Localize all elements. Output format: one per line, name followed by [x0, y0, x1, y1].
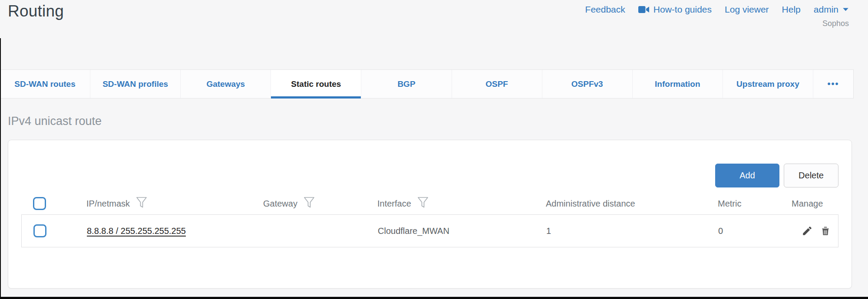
section-heading: IPv4 unicast route [8, 115, 102, 128]
howto-guides-label: How-to guides [653, 4, 712, 15]
tab-information[interactable]: Information [633, 70, 723, 98]
tab-ospfv3[interactable]: OSPFv3 [542, 70, 633, 98]
page-title: Routing [8, 2, 64, 20]
trash-icon[interactable] [820, 225, 831, 237]
feedback-label: Feedback [585, 4, 625, 15]
tab-static-routes[interactable]: Static routes [271, 70, 361, 98]
delete-button[interactable]: Delete [784, 164, 838, 187]
caret-down-icon [842, 7, 849, 12]
column-header-administrative-distance: Administrative distance [525, 199, 697, 209]
tab-sd-wan-profiles[interactable]: SD-WAN profiles [90, 70, 181, 98]
interface-cell: Cloudflare_MWAN [357, 226, 525, 236]
window-edge-bottom [0, 297, 868, 299]
filter-icon[interactable] [304, 197, 315, 211]
log-viewer-link[interactable]: Log viewer [725, 4, 769, 15]
ip-netmask-link[interactable]: 8.8.8.8 / 255.255.255.255 [87, 226, 186, 236]
tab-sd-wan-routes[interactable]: SD-WAN routes [0, 70, 90, 98]
tab-overflow-ellipsis-icon[interactable]: ••• [813, 70, 853, 98]
brand-label: Sophos [822, 19, 849, 28]
filter-icon[interactable] [417, 197, 429, 211]
top-nav: Feedback How-to guides Log viewer Help a… [585, 4, 849, 15]
user-menu-label: admin [814, 4, 838, 15]
header-checkbox-cell [21, 197, 66, 210]
table-header-row: IP/netmask Gateway Interface Administrat… [21, 194, 838, 214]
select-all-checkbox[interactable] [33, 197, 46, 210]
add-button[interactable]: Add [715, 164, 779, 187]
tab-gateways[interactable]: Gateways [181, 70, 271, 98]
filter-icon[interactable] [136, 197, 147, 211]
table-row: 8.8.8.8 / 255.255.255.255 Cloudflare_MWA… [21, 214, 838, 247]
tab-bgp[interactable]: BGP [361, 70, 452, 98]
gateway-header-label: Gateway [263, 199, 297, 209]
toolbar: Add Delete [715, 164, 838, 187]
tab-upstream-proxy[interactable]: Upstream proxy [723, 70, 813, 98]
howto-guides-link[interactable]: How-to guides [638, 4, 712, 15]
row-checkbox[interactable] [33, 224, 46, 237]
manage-header-label: Manage [792, 199, 823, 209]
metric-cell: 0 [697, 226, 771, 236]
column-header-ip-netmask: IP/netmask [66, 197, 242, 211]
feedback-link[interactable]: Feedback [585, 4, 625, 15]
interface-header-label: Interface [377, 199, 411, 209]
help-label: Help [782, 4, 801, 15]
window-edge-left [0, 38, 1, 299]
column-header-metric: Metric [697, 199, 771, 209]
pencil-icon[interactable] [802, 225, 813, 237]
manage-cell [771, 225, 838, 237]
routes-table: IP/netmask Gateway Interface Administrat… [21, 194, 838, 247]
user-menu[interactable]: admin [814, 4, 849, 15]
log-viewer-label: Log viewer [725, 4, 769, 15]
column-header-gateway: Gateway [242, 197, 356, 211]
help-link[interactable]: Help [782, 4, 801, 15]
metric-header-label: Metric [718, 199, 741, 209]
administrative-distance-cell: 1 [525, 226, 697, 236]
routes-card: Add Delete IP/netmask Gateway Interface [8, 140, 852, 289]
tab-ospf[interactable]: OSPF [452, 70, 542, 98]
column-header-interface: Interface [356, 197, 525, 211]
video-camera-icon [638, 5, 650, 14]
row-checkbox-cell [22, 224, 66, 237]
ip-netmask-header-label: IP/netmask [86, 199, 130, 209]
ip-netmask-cell: 8.8.8.8 / 255.255.255.255 [66, 226, 243, 236]
administrative-distance-header-label: Administrative distance [546, 199, 635, 209]
column-header-manage: Manage [771, 199, 838, 209]
tab-bar: SD-WAN routes SD-WAN profiles Gateways S… [0, 69, 854, 99]
page-header: Routing Feedback How-to guides Log viewe… [0, 0, 868, 48]
